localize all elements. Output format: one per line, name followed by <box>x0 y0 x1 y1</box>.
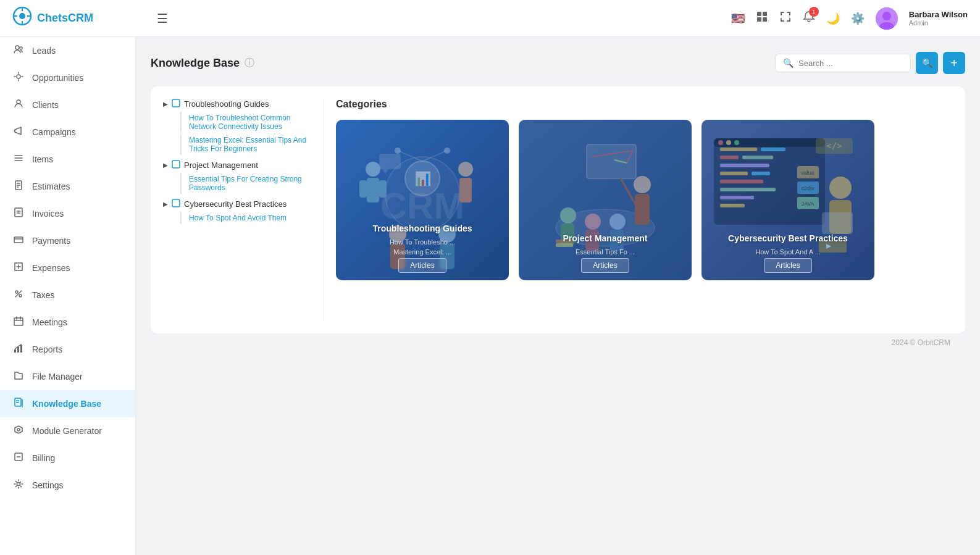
sidebar-item-knowledge-base[interactable]: Knowledge Base <box>0 390 135 417</box>
tree-cat-label-troubleshooting: Troubleshooting Guides <box>184 99 269 109</box>
sidebar-item-file-manager[interactable]: File Manager <box>0 363 135 390</box>
sidebar-label-opportunities: Opportunities <box>32 73 83 83</box>
sidebar-item-items[interactable]: Items <box>0 146 135 173</box>
tree-item-0-0[interactable]: How To Troubleshoot Common Network Conne… <box>180 112 313 133</box>
svg-rect-49 <box>172 199 180 207</box>
settings-icon[interactable]: ⚙️ <box>851 12 865 25</box>
file-manager-icon <box>12 370 25 383</box>
categories-grid: CRM 📊 <box>336 120 953 280</box>
tree-category-cybersecurity: ▶ Cybersecurity Best Practices How To Sp… <box>163 199 313 224</box>
clients-icon <box>12 99 25 111</box>
notification-icon[interactable]: 1 <box>803 10 815 26</box>
sidebar: Leads Opportunities Clients Campaigns It… <box>0 37 136 555</box>
svg-rect-27 <box>14 237 23 243</box>
sidebar-item-payments[interactable]: Payments <box>0 227 135 254</box>
dark-mode-icon[interactable]: 🌙 <box>826 12 840 25</box>
tree-item-2-0[interactable]: How To Spot And Avoid Them <box>180 212 313 224</box>
search-input[interactable] <box>798 59 903 68</box>
tree-item-0-1[interactable]: Mastering Excel: Essential Tips And Tric… <box>180 134 313 155</box>
fullscreen-icon[interactable] <box>779 10 792 26</box>
knowledge-base-icon <box>12 398 25 410</box>
tree-category-header-cybersecurity[interactable]: ▶ Cybersecurity Best Practices <box>163 199 313 209</box>
svg-point-13 <box>15 46 19 49</box>
sidebar-label-payments: Payments <box>32 236 70 246</box>
tree-cat-label-pm: Project Management <box>184 161 258 170</box>
content-card: ▶ Troubleshooting Guides How To Troubles… <box>151 86 965 333</box>
category-card-cybersecurity[interactable]: </> value c2div JAVA <box>701 120 874 280</box>
tree-category-header-troubleshooting[interactable]: ▶ Troubleshooting Guides <box>163 99 313 109</box>
card-articles-pm-0: Essential Tips Fo ... <box>576 248 635 256</box>
card-content-pm: Project Management Essential Tips Fo ...… <box>519 120 692 280</box>
svg-point-11 <box>882 12 891 20</box>
sidebar-item-module-generator[interactable]: Module Generator <box>0 417 135 444</box>
notification-badge: 1 <box>809 7 819 17</box>
search-icon: 🔍 <box>783 58 794 68</box>
page-title: Knowledge Base <box>151 57 240 70</box>
tree-cat-icon-troubleshooting <box>172 99 180 109</box>
svg-rect-47 <box>172 99 180 107</box>
category-card-troubleshooting[interactable]: CRM 📊 <box>336 120 509 280</box>
top-header: ChetsCRM ☰ 🇺🇸 1 🌙 ⚙️ <box>0 0 980 37</box>
tree-category-troubleshooting: ▶ Troubleshooting Guides How To Troubles… <box>163 99 313 155</box>
page-header: Knowledge Base ⓘ 🔍 🔍 + <box>151 52 965 74</box>
tree-arrow-cyber: ▶ <box>163 201 168 207</box>
sidebar-item-estimates[interactable]: Estimates <box>0 173 135 200</box>
logo-icon <box>12 6 32 30</box>
estimates-icon <box>12 180 25 193</box>
opportunities-icon <box>12 72 25 84</box>
sidebar-label-file-manager: File Manager <box>32 372 83 382</box>
sidebar-label-knowledge-base: Knowledge Base <box>32 399 101 409</box>
tree-items-pm: Essential Tips For Creating Strong Passw… <box>180 173 313 194</box>
module-generator-icon <box>12 425 25 437</box>
sidebar-item-leads[interactable]: Leads <box>0 37 135 64</box>
sidebar-item-invoices[interactable]: Invoices <box>0 200 135 227</box>
svg-rect-31 <box>14 318 23 325</box>
sidebar-item-settings[interactable]: Settings <box>0 472 135 499</box>
header-icons: 🇺🇸 1 🌙 ⚙️ <box>731 7 968 30</box>
sidebar-item-campaigns[interactable]: Campaigns <box>0 119 135 146</box>
header-actions: 🔍 🔍 + <box>775 52 965 74</box>
apps-icon[interactable] <box>756 10 768 26</box>
tree-cat-icon-pm <box>172 160 180 170</box>
card-title-troubleshooting: Troubleshooting Guides <box>373 223 472 233</box>
sidebar-item-reports[interactable]: Reports <box>0 336 135 363</box>
sidebar-item-taxes[interactable]: Taxes <box>0 282 135 309</box>
card-articles-troubleshooting-1: Mastering Excel: ... <box>393 248 451 256</box>
articles-button-troubleshooting[interactable]: Articles <box>398 258 446 273</box>
sidebar-item-clients[interactable]: Clients <box>0 91 135 119</box>
avatar[interactable] <box>876 7 898 30</box>
tree-arrow: ▶ <box>163 101 168 107</box>
sidebar-item-expenses[interactable]: Expenses <box>0 254 135 282</box>
svg-rect-7 <box>763 12 767 16</box>
sidebar-item-opportunities[interactable]: Opportunities <box>0 64 135 91</box>
articles-button-pm[interactable]: Articles <box>581 258 629 273</box>
billing-icon <box>12 452 25 464</box>
settings-sidebar-icon <box>12 479 25 491</box>
svg-rect-48 <box>172 161 180 168</box>
search-button[interactable]: 🔍 <box>916 52 938 74</box>
flag-icon[interactable]: 🇺🇸 <box>731 12 745 25</box>
invoices-icon <box>12 207 25 220</box>
sidebar-item-meetings[interactable]: Meetings <box>0 309 135 336</box>
info-icon[interactable]: ⓘ <box>245 57 254 70</box>
svg-point-29 <box>15 291 18 293</box>
hamburger-button[interactable]: ☰ <box>152 9 173 28</box>
card-articles-troubleshooting-0: How To Troublesho ... <box>390 238 455 246</box>
tree-category-header-project-management[interactable]: ▶ Project Management <box>163 160 313 170</box>
card-content-troubleshooting: Troubleshooting Guides How To Troublesho… <box>336 120 509 280</box>
category-card-project-management[interactable]: Project Management Essential Tips Fo ...… <box>519 120 692 280</box>
sidebar-label-meetings: Meetings <box>32 317 67 327</box>
tree-category-project-management: ▶ Project Management Essential Tips For … <box>163 160 313 194</box>
sidebar-item-billing[interactable]: Billing <box>0 444 135 472</box>
add-button[interactable]: + <box>943 52 965 74</box>
items-icon <box>12 153 25 165</box>
sidebar-label-module-generator: Module Generator <box>32 426 102 436</box>
card-articles-cyber-0: How To Spot And A ... <box>755 248 821 256</box>
tree-arrow-pm: ▶ <box>163 162 168 169</box>
svg-rect-8 <box>757 17 761 22</box>
taxes-icon <box>12 289 25 301</box>
articles-button-cyber[interactable]: Articles <box>764 258 811 273</box>
sidebar-label-items: Items <box>32 154 53 164</box>
tree-item-1-0[interactable]: Essential Tips For Creating Strong Passw… <box>180 173 313 194</box>
sidebar-label-leads: Leads <box>32 46 56 56</box>
